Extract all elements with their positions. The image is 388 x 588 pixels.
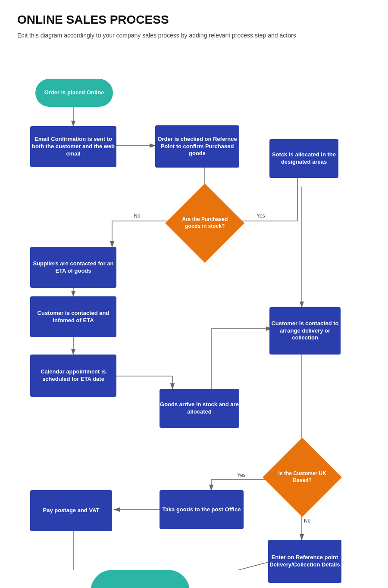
diagram: Yes No Yes (17, 53, 379, 570)
page-title: ONLINE SALES PROCESS (17, 13, 371, 27)
customer-eta-node: Customer is contacted and infomed of ETA (30, 296, 116, 337)
calendar-appt-node: Calendar appointment is scheduled for ET… (30, 355, 116, 397)
order-checked-node: Order is checked on Refernce Point to co… (155, 125, 239, 168)
taka-goods-node: Taka goods to the post Office (160, 490, 244, 529)
stock-allocated-node: Sotck is allocated in the designated are… (269, 139, 338, 178)
enter-reference-node: Enter on Reference point Delivery/Collec… (268, 540, 341, 583)
goods-arrive-node: Goods arrive in stock and are allocated (160, 389, 239, 428)
page: ONLINE SALES PROCESS Edit this diagram a… (0, 0, 388, 583)
order-placed-node: Order is placed Online (35, 79, 113, 107)
uk-based-diamond: Is the Customer UK Based? (263, 438, 342, 517)
svg-text:No: No (304, 518, 311, 524)
in-stock-diamond: Are the Purchased goods in stock? (165, 184, 244, 263)
svg-line-26 (190, 561, 272, 570)
page-subtitle: Edit this diagram accordingly to your co… (17, 31, 371, 40)
suppliers-contacted-node: Suppliers are contacted for an ETA of go… (30, 247, 116, 288)
svg-text:Yes: Yes (237, 472, 246, 478)
pay-postage-node: Pay postage and VAT (30, 490, 112, 531)
email-confirm-node: Email Confirmation is sent to both the c… (30, 126, 116, 167)
svg-text:Yes: Yes (257, 213, 265, 219)
svg-text:No: No (134, 213, 141, 219)
customer-receives-node: Customer Receives Goods and Reference Po… (91, 570, 190, 588)
customer-contact-delivery-node: Customer is contacted to arrange deliver… (269, 307, 341, 355)
